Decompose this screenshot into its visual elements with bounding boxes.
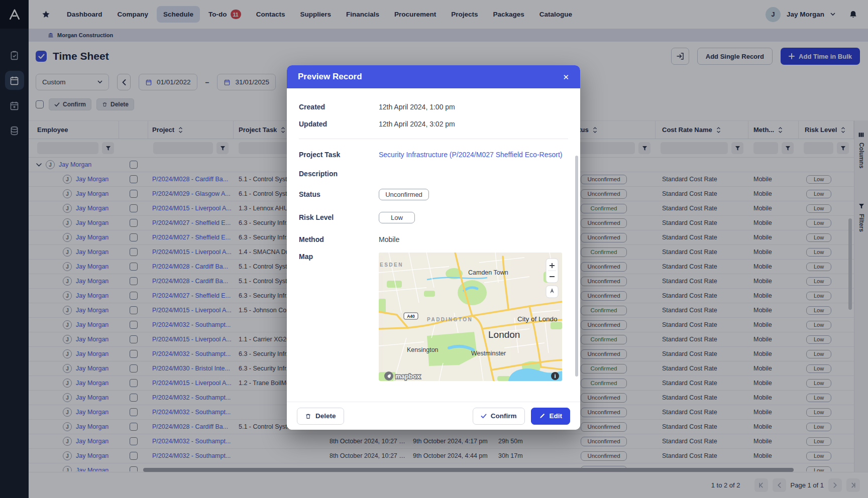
map-row: Map <box>299 253 568 381</box>
modal-confirm-label: Confirm <box>491 412 517 420</box>
modal-header: Preview Record ✕ <box>287 65 580 88</box>
modal-delete-button[interactable]: Delete <box>297 408 344 425</box>
modal-edit-button[interactable]: Edit <box>531 408 571 425</box>
location-map[interactable]: A40 ESDEN Camden Town PADDINGTON City of… <box>379 253 562 381</box>
a40-road-shield: A40 <box>404 313 418 319</box>
map-label-camden: Camden Town <box>468 269 508 276</box>
close-icon[interactable]: ✕ <box>563 73 569 81</box>
map-label: Map <box>299 253 379 261</box>
trash-icon <box>305 413 311 420</box>
updated-value: 12th April 2024, 3:02 pm <box>379 120 455 128</box>
method-row: Method Mobile <box>299 230 568 248</box>
svg-text:A40: A40 <box>407 314 415 319</box>
modal-delete-label: Delete <box>315 412 336 420</box>
status-row: Status Unconfirmed <box>299 184 568 204</box>
updated-row: Updated 12th April 2024, 3:02 pm <box>299 115 568 133</box>
map-label-city-of-london: City of Londo <box>517 315 558 323</box>
created-value: 12th April 2024, 1:00 pm <box>379 103 455 111</box>
modal-confirm-button[interactable]: Confirm <box>473 408 525 425</box>
description-row: Description <box>299 165 568 182</box>
project-task-row: Project Task Security Infrastructure (P/… <box>299 146 568 163</box>
map-label-westminster: Westminster <box>471 350 506 357</box>
status-label: Status <box>299 190 379 198</box>
map-label-willesden: ESDEN <box>380 262 403 268</box>
modal-body: Created 12th April 2024, 1:00 pm Updated… <box>287 88 580 381</box>
map-label-london: London <box>488 329 520 340</box>
svg-text:mapbox: mapbox <box>395 372 421 380</box>
modal-divider <box>299 139 568 139</box>
modal-edit-label: Edit <box>550 412 563 420</box>
status-badge: Unconfirmed <box>379 189 429 200</box>
project-task-link[interactable]: Security Infrastructure (P/2024/M027 She… <box>379 151 562 159</box>
map-zoom-controls[interactable] <box>546 259 558 298</box>
svg-text:i: i <box>554 373 556 379</box>
modal-scrollbar[interactable] <box>575 156 578 377</box>
risk-level-row: Risk Level Low <box>299 207 568 227</box>
description-label: Description <box>299 170 379 178</box>
risk-level-label: Risk Level <box>299 213 379 221</box>
updated-label: Updated <box>299 120 379 128</box>
modal-footer: Delete Confirm Edit <box>287 402 580 430</box>
pencil-icon <box>539 413 546 419</box>
method-value: Mobile <box>379 235 399 243</box>
map-label-kensington: Kensington <box>407 346 439 353</box>
check-icon <box>481 414 487 419</box>
map-label-paddington: PADDINGTON <box>427 317 473 322</box>
created-row: Created 12th April 2024, 1:00 pm <box>299 98 568 115</box>
project-task-label: Project Task <box>299 151 379 159</box>
mapbox-logo: mapbox <box>384 371 421 381</box>
created-label: Created <box>299 103 379 111</box>
risk-level-badge: Low <box>379 212 415 223</box>
map-info-icon[interactable]: i <box>551 372 559 380</box>
method-label: Method <box>299 235 379 243</box>
modal-title: Preview Record <box>298 72 362 82</box>
app-root: DashboardCompanyScheduleTo-do11ContactsS… <box>0 0 868 498</box>
preview-record-modal: Preview Record ✕ Created 12th April 2024… <box>287 65 580 430</box>
